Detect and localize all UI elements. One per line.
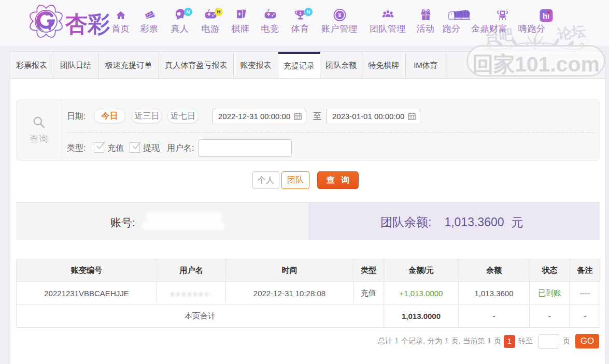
svg-text:¥: ¥	[338, 12, 342, 18]
svg-text:1: 1	[299, 11, 301, 16]
